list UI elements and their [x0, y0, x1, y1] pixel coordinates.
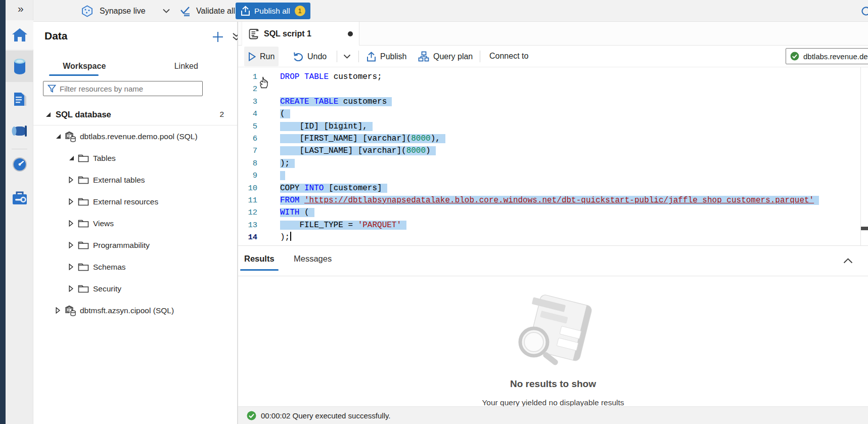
- code-line-9[interactable]: 9: [238, 169, 868, 182]
- tab-messages[interactable]: Messages: [294, 254, 332, 264]
- nav-integrate-button[interactable]: [6, 116, 33, 146]
- line-content: [LAST_NAME] [varchar](8000): [280, 145, 868, 157]
- validate-all-button[interactable]: Validate all: [179, 0, 235, 22]
- line-number: 3: [238, 96, 280, 108]
- scrollbar-mark[interactable]: [861, 227, 868, 230]
- tree-item-dbtmsft-azsyn-cipool-sql[interactable]: dbtmsft.azsyn.cipool (SQL): [33, 300, 237, 321]
- chevron-collapsed-icon[interactable]: [69, 242, 78, 248]
- chevron-expanded-icon[interactable]: [56, 134, 65, 139]
- tree-item-label: dbtlabs.revenue.demo.pool (SQL): [80, 132, 198, 141]
- tab-sql-script-1[interactable]: SQL script 1: [242, 22, 359, 46]
- tree-item-dbtlabs-revenue-demo-pool-sql[interactable]: dbtlabs.revenue.demo.pool (SQL): [33, 125, 237, 147]
- line-content: FROM 'https://dbtlabsynapsedatalake.blob…: [280, 194, 868, 206]
- validate-check-icon: [179, 6, 191, 17]
- code-token-pl: [FIRST_NAME] [varchar](: [280, 134, 411, 143]
- mode-selector-label: Synapse live: [100, 7, 146, 16]
- tab-results[interactable]: Results: [244, 254, 275, 264]
- collapse-results-button[interactable]: [840, 253, 855, 268]
- no-results-illustration: [238, 290, 868, 371]
- validate-all-label: Validate all: [196, 7, 235, 16]
- connect-to-label: Connect to: [489, 52, 528, 61]
- nav-home-button[interactable]: [6, 20, 33, 50]
- nav-manage-button[interactable]: [6, 183, 33, 213]
- chevron-down-icon: [163, 9, 170, 13]
- run-play-icon: [248, 52, 256, 61]
- code-token-kw: DROP: [280, 72, 299, 81]
- code-line-14[interactable]: 14);: [238, 231, 868, 243]
- folder-icon: [78, 241, 92, 249]
- tree-item-label: Tables: [93, 154, 116, 163]
- query-plan-button[interactable]: Query plan: [414, 47, 477, 66]
- unsaved-indicator-dot: [348, 31, 353, 36]
- undo-redo-dropdown[interactable]: [339, 47, 355, 66]
- tree-item-tables[interactable]: Tables: [33, 147, 237, 169]
- chevron-expanded-icon[interactable]: [45, 112, 55, 117]
- mode-selector[interactable]: Synapse live: [81, 0, 170, 22]
- chevron-collapsed-icon[interactable]: [56, 307, 65, 314]
- code-line-8[interactable]: 8);: [238, 157, 868, 169]
- filter-funnel-icon: [48, 84, 56, 93]
- code-token-pl: ): [426, 146, 431, 155]
- undo-button[interactable]: Undo: [289, 47, 331, 66]
- code-token-pl: [299, 72, 304, 81]
- script-icon: [248, 28, 259, 40]
- code-editor[interactable]: 1DROP TABLE customers;23CREATE TABLE cus…: [238, 67, 868, 245]
- code-line-4[interactable]: 4(: [238, 108, 868, 120]
- chevron-collapsed-icon[interactable]: [69, 220, 78, 227]
- chevron-collapsed-icon[interactable]: [69, 198, 78, 205]
- add-resource-button[interactable]: [211, 30, 224, 44]
- code-line-1[interactable]: 1DROP TABLE customers;: [238, 71, 868, 83]
- code-token-pl: );: [280, 159, 290, 168]
- code-line-12[interactable]: 12WITH (: [238, 206, 868, 219]
- tree-item-programmability[interactable]: Programmability: [33, 234, 237, 256]
- chevron-collapsed-icon[interactable]: [69, 264, 78, 270]
- publish-all-button[interactable]: Publish all 1: [236, 3, 310, 19]
- tab-linked[interactable]: Linked: [135, 55, 238, 75]
- nav-monitor-button[interactable]: [6, 150, 33, 179]
- tree-item-schemas[interactable]: Schemas: [33, 256, 237, 278]
- code-line-7[interactable]: 7 [LAST_NAME] [varchar](8000): [238, 145, 868, 157]
- refresh-button[interactable]: [858, 4, 868, 19]
- code-line-10[interactable]: 10COPY INTO [customers]: [238, 182, 868, 194]
- code-line-5[interactable]: 5 [ID] [bigint],: [238, 120, 868, 133]
- nav-data-button[interactable]: [6, 51, 33, 82]
- run-label: Run: [260, 52, 275, 61]
- tree-item-security[interactable]: Security: [33, 278, 237, 300]
- nav-develop-button[interactable]: [6, 85, 33, 114]
- chevron-up-icon: [843, 258, 853, 264]
- database-icon: [12, 58, 27, 75]
- filter-input[interactable]: [60, 84, 198, 93]
- code-line-13[interactable]: 13 FILE_TYPE = 'PARQUET': [238, 219, 868, 231]
- code-token-kw: FROM: [280, 196, 299, 205]
- line-content: [FIRST_NAME] [varchar](8000),: [280, 133, 868, 145]
- code-line-6[interactable]: 6 [FIRST_NAME] [varchar](8000),: [238, 133, 868, 145]
- tree-item-external-resources[interactable]: External resources: [33, 191, 237, 213]
- tree-item-external-tables[interactable]: External tables: [33, 169, 237, 191]
- tab-workspace[interactable]: Workspace: [33, 55, 135, 75]
- chevron-expanded-icon[interactable]: [69, 155, 78, 161]
- tree-item-label: SQL database: [56, 110, 111, 119]
- run-button[interactable]: Run: [244, 47, 279, 66]
- line-content: DROP TABLE customers;: [280, 71, 868, 83]
- line-content: [280, 83, 868, 95]
- publish-button[interactable]: Publish: [362, 47, 410, 66]
- line-content: COPY INTO [customers]: [280, 182, 868, 194]
- chevron-collapsed-icon[interactable]: [69, 285, 78, 292]
- folder-icon: [78, 284, 92, 293]
- publish-count-badge: 1: [295, 6, 305, 16]
- code-token-pl: [ID] [bigint],: [280, 122, 368, 131]
- chevron-collapsed-icon[interactable]: [69, 177, 78, 183]
- tree-item-label: Schemas: [93, 263, 126, 272]
- data-panel-title: Data: [44, 30, 68, 42]
- filter-box: [43, 81, 203, 96]
- expand-nav-icon[interactable]: »: [18, 3, 24, 15]
- tree-item-sql-database[interactable]: SQL database2: [33, 104, 237, 125]
- code-line-2[interactable]: 2: [238, 83, 868, 95]
- code-line-3[interactable]: 3CREATE TABLE customers: [238, 96, 868, 108]
- code-token-pl: ),: [431, 134, 440, 143]
- code-line-11[interactable]: 11FROM 'https://dbtlabsynapsedatalake.bl…: [238, 194, 868, 206]
- pool-dropdown[interactable]: dbtlabs.revenue.demo.pool: [786, 48, 868, 64]
- tree-item-views[interactable]: Views: [33, 213, 237, 234]
- global-top-bar: Synapse live Validate all Publish all 1: [33, 0, 868, 22]
- code-token-num: 8000: [406, 146, 426, 155]
